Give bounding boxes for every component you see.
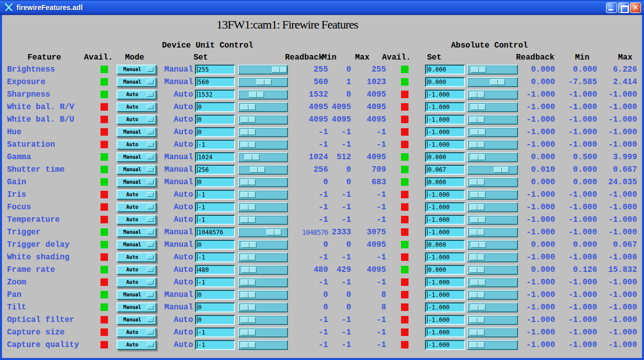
device-slider-handle[interactable] — [244, 154, 260, 160]
mode-select[interactable]: Manual — [116, 315, 156, 325]
device-set-slider[interactable] — [238, 127, 288, 137]
absolute-set-input[interactable]: -1.000 — [425, 327, 465, 337]
absolute-slider-handle[interactable] — [470, 154, 486, 160]
mode-select[interactable]: Manual — [116, 165, 156, 175]
absolute-set-slider[interactable] — [467, 265, 518, 275]
mode-select[interactable]: Manual — [116, 152, 156, 162]
mode-select[interactable]: Manual — [116, 240, 156, 250]
device-slider-handle[interactable] — [240, 304, 256, 310]
window-titlebar[interactable]: firewireFeatures.adl — [0, 0, 644, 15]
absolute-slider-handle[interactable] — [470, 204, 484, 210]
device-slider-handle[interactable] — [240, 342, 256, 348]
device-slider-handle[interactable] — [256, 79, 272, 85]
device-set-slider[interactable] — [238, 340, 288, 350]
absolute-set-input[interactable]: 0.000 — [425, 265, 465, 275]
absolute-set-slider[interactable] — [467, 252, 518, 262]
device-slider-handle[interactable] — [250, 167, 265, 173]
device-slider-handle[interactable] — [240, 117, 256, 123]
absolute-set-slider[interactable] — [467, 102, 518, 112]
device-set-slider[interactable] — [238, 190, 288, 200]
device-slider-handle[interactable] — [242, 267, 256, 273]
absolute-slider-handle[interactable] — [471, 242, 486, 248]
absolute-set-slider[interactable] — [467, 152, 518, 162]
absolute-set-input[interactable]: -1.000 — [425, 140, 465, 150]
absolute-set-input[interactable]: 0.000 — [425, 152, 465, 162]
absolute-set-input[interactable]: -1.000 — [425, 340, 465, 350]
device-set-slider[interactable] — [238, 327, 288, 337]
absolute-set-slider[interactable] — [467, 340, 518, 350]
absolute-set-input[interactable]: -1.000 — [425, 90, 465, 100]
absolute-set-slider[interactable] — [467, 115, 518, 125]
absolute-slider-handle[interactable] — [470, 254, 484, 260]
absolute-set-input[interactable]: 0.000 — [425, 65, 465, 75]
device-set-slider[interactable] — [238, 65, 288, 75]
absolute-set-input[interactable]: 0.067 — [425, 165, 465, 175]
device-slider-handle[interactable] — [272, 67, 287, 73]
absolute-slider-handle[interactable] — [470, 92, 484, 98]
device-set-input[interactable]: 256 — [195, 165, 235, 175]
device-set-slider[interactable] — [238, 302, 288, 312]
mode-select[interactable]: Auto — [116, 327, 156, 337]
mode-select[interactable]: Auto — [116, 140, 156, 150]
absolute-slider-handle[interactable] — [470, 329, 484, 335]
device-set-slider[interactable] — [238, 315, 288, 325]
absolute-slider-handle[interactable] — [470, 229, 484, 235]
mode-select[interactable]: Auto — [116, 90, 156, 100]
absolute-set-input[interactable]: 0.000 — [425, 240, 465, 250]
absolute-slider-handle[interactable] — [470, 267, 484, 273]
absolute-set-input[interactable]: -1.000 — [425, 252, 465, 262]
absolute-set-slider[interactable] — [467, 77, 518, 87]
device-set-input[interactable]: 0 — [195, 240, 235, 250]
mode-select[interactable]: Auto — [116, 202, 156, 212]
device-set-input[interactable]: -1 — [195, 190, 235, 200]
absolute-set-slider[interactable] — [467, 302, 518, 312]
device-slider-handle[interactable] — [240, 317, 256, 323]
absolute-slider-handle[interactable] — [470, 317, 484, 323]
device-set-input[interactable]: 1048576 — [195, 227, 235, 237]
absolute-slider-handle[interactable] — [470, 104, 486, 110]
mode-select[interactable]: Auto — [116, 115, 156, 125]
device-slider-handle[interactable] — [249, 92, 264, 98]
absolute-set-input[interactable]: -1.000 — [425, 190, 465, 200]
device-set-input[interactable]: 255 — [195, 65, 235, 75]
mode-select[interactable]: Auto — [116, 102, 156, 112]
device-slider-handle[interactable] — [240, 142, 256, 148]
absolute-slider-handle[interactable] — [470, 192, 486, 198]
absolute-set-slider[interactable] — [467, 140, 518, 150]
device-set-slider[interactable] — [238, 77, 288, 87]
device-set-slider[interactable] — [238, 165, 288, 175]
device-set-input[interactable]: 0 — [195, 302, 235, 312]
device-set-input[interactable]: -1 — [195, 277, 235, 287]
absolute-set-input[interactable]: 0.000 — [425, 77, 465, 87]
device-set-slider[interactable] — [238, 265, 288, 275]
device-set-input[interactable]: -1 — [195, 327, 235, 337]
device-set-input[interactable]: -1 — [195, 340, 235, 350]
mode-select[interactable]: Auto — [116, 215, 156, 225]
device-set-slider[interactable] — [238, 102, 288, 112]
device-slider-handle[interactable] — [240, 329, 256, 335]
mode-select[interactable]: Manual — [116, 227, 156, 237]
absolute-slider-handle[interactable] — [490, 79, 505, 85]
device-slider-handle[interactable] — [240, 217, 256, 223]
absolute-slider-handle[interactable] — [470, 179, 484, 185]
device-set-input[interactable]: -1 — [195, 202, 235, 212]
device-set-input[interactable]: 480 — [195, 265, 235, 275]
absolute-set-input[interactable]: -1.000 — [425, 215, 465, 225]
device-set-input[interactable]: 0 — [195, 102, 235, 112]
mode-select[interactable]: Manual — [116, 290, 156, 300]
x11-logo-icon[interactable] — [4, 3, 14, 13]
absolute-set-slider[interactable] — [467, 202, 518, 212]
device-set-input[interactable]: -1 — [195, 252, 235, 262]
device-set-slider[interactable] — [238, 290, 288, 300]
device-set-slider[interactable] — [238, 215, 288, 225]
mode-select[interactable]: Manual — [116, 65, 156, 75]
absolute-slider-handle[interactable] — [470, 142, 484, 148]
absolute-set-slider[interactable] — [467, 127, 518, 137]
device-slider-handle[interactable] — [240, 254, 256, 260]
device-set-input[interactable]: 0 — [195, 290, 235, 300]
mode-select[interactable]: Auto — [116, 252, 156, 262]
absolute-set-slider[interactable] — [467, 177, 518, 187]
absolute-slider-handle[interactable] — [494, 167, 509, 173]
device-set-slider[interactable] — [238, 177, 288, 187]
absolute-set-input[interactable]: -1.000 — [425, 302, 465, 312]
